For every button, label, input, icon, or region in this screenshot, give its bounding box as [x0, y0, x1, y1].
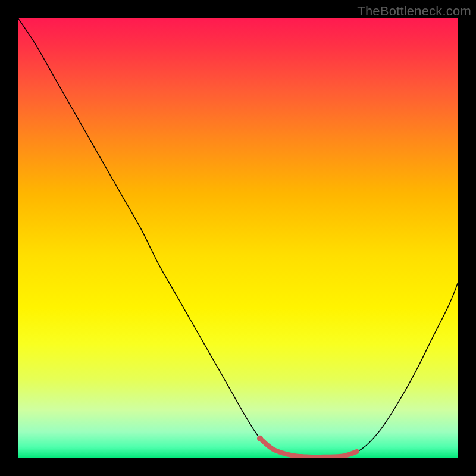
watermark-text: TheBottleneck.com — [357, 4, 471, 19]
plot-area — [18, 18, 458, 458]
series-optimal-zone — [260, 439, 357, 457]
marker-optimal-point — [257, 436, 263, 441]
plot-svg — [18, 18, 458, 458]
series-bottleneck-curve — [18, 18, 458, 457]
chart-container: TheBottleneck.com — [0, 0, 476, 476]
